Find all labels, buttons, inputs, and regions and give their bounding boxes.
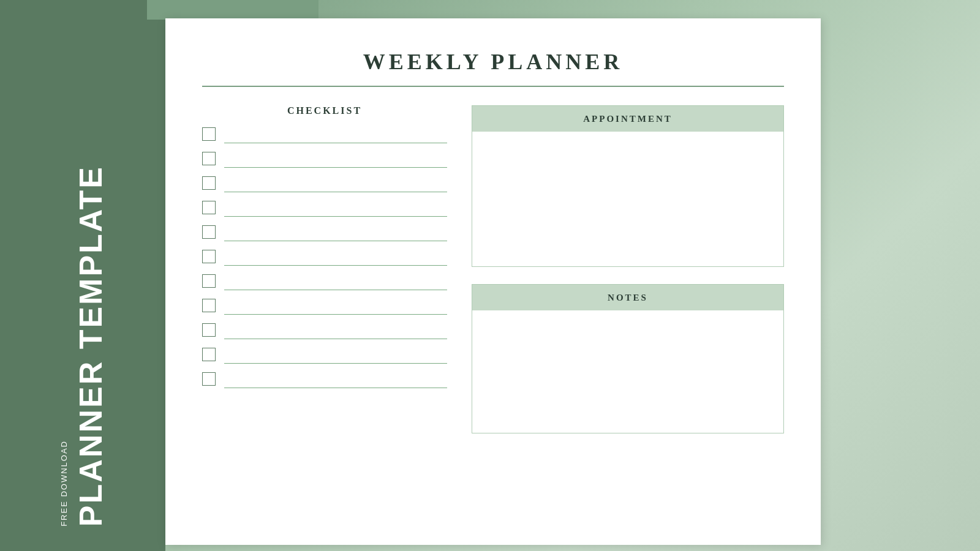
checkbox-5[interactable] xyxy=(202,225,216,239)
checkbox-3[interactable] xyxy=(202,176,216,190)
checklist-item xyxy=(202,201,447,217)
checklist-line-10 xyxy=(224,350,447,364)
checklist-item xyxy=(202,372,447,388)
checklist-item xyxy=(202,348,447,364)
checklist-item xyxy=(202,250,447,266)
checklist-items xyxy=(202,127,447,397)
sidebar-free-download: FREE DOWNLOAD xyxy=(59,440,69,527)
checkbox-11[interactable] xyxy=(202,372,216,386)
checkbox-7[interactable] xyxy=(202,274,216,288)
notes-label: NOTES xyxy=(608,293,648,302)
checklist-item xyxy=(202,176,447,192)
checklist-line-8 xyxy=(224,301,447,315)
checklist-line-3 xyxy=(224,179,447,192)
appointment-body[interactable] xyxy=(472,132,783,266)
checkbox-8[interactable] xyxy=(202,299,216,312)
checklist-label: CHECKLIST xyxy=(202,105,447,116)
checklist-line-2 xyxy=(224,154,447,168)
checkbox-10[interactable] xyxy=(202,348,216,361)
checklist-line-6 xyxy=(224,252,447,266)
checklist-item xyxy=(202,152,447,168)
paper-document: WEEKLY PLANNER CHECKLIST xyxy=(165,18,821,545)
checkbox-4[interactable] xyxy=(202,201,216,214)
checkbox-6[interactable] xyxy=(202,250,216,263)
page-title: WEEKLY PLANNER xyxy=(202,49,784,75)
checklist-line-7 xyxy=(224,277,447,290)
title-divider xyxy=(202,86,784,87)
paper-tab-accent xyxy=(147,0,318,20)
checklist-item xyxy=(202,127,447,143)
checkbox-1[interactable] xyxy=(202,127,216,141)
right-section: APPOINTMENT NOTES xyxy=(472,105,784,433)
checklist-line-4 xyxy=(224,203,447,217)
sidebar-main-text: PLANNER TEMPLATE xyxy=(75,165,107,527)
checklist-item xyxy=(202,225,447,241)
checkbox-2[interactable] xyxy=(202,152,216,165)
checklist-line-9 xyxy=(224,326,447,339)
notes-body[interactable] xyxy=(472,310,783,433)
notes-card: NOTES xyxy=(472,284,784,433)
checklist-line-5 xyxy=(224,228,447,241)
appointment-header: APPOINTMENT xyxy=(472,106,783,132)
checklist-line-1 xyxy=(224,130,447,143)
notes-header: NOTES xyxy=(472,285,783,310)
sidebar-label-container: FREE DOWNLOAD PLANNER TEMPLATE xyxy=(59,165,107,527)
content-area: CHECKLIST xyxy=(202,105,784,433)
appointment-card: APPOINTMENT xyxy=(472,105,784,267)
checklist-item xyxy=(202,299,447,315)
sidebar: FREE DOWNLOAD PLANNER TEMPLATE xyxy=(0,0,165,551)
appointment-label: APPOINTMENT xyxy=(583,114,673,124)
checklist-section: CHECKLIST xyxy=(202,105,447,397)
checkbox-9[interactable] xyxy=(202,323,216,337)
checklist-line-11 xyxy=(224,375,447,388)
checklist-item xyxy=(202,323,447,339)
checklist-item xyxy=(202,274,447,290)
